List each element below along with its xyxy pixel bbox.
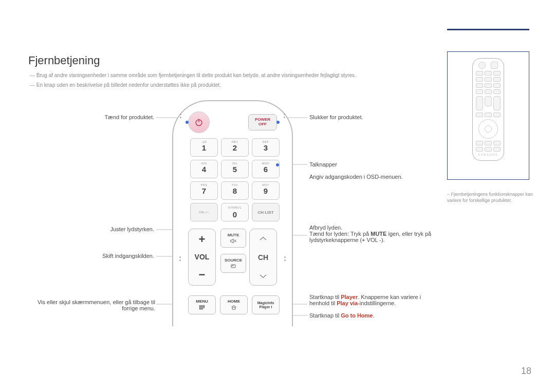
deco-dots <box>284 256 286 261</box>
deco-dots <box>180 114 181 118</box>
mini-remote: SAMSUNG <box>472 58 504 161</box>
vol-label: VOL <box>195 253 210 261</box>
leader-dot <box>276 121 280 124</box>
power-off-button[interactable]: POWER OFF <box>248 114 277 130</box>
svg-marker-19 <box>231 238 233 242</box>
page-number: 18 <box>521 366 531 377</box>
menu-button[interactable]: MENU <box>188 295 216 314</box>
number-keypad: ,QZ1 ABC2 DEF3 GHI4 JKL5 MNO6 PRS7 TUV8 … <box>190 138 280 221</box>
source-icon <box>230 263 237 269</box>
key-7[interactable]: PRS7 <box>190 181 218 200</box>
chevron-down-icon <box>258 273 268 279</box>
key-2[interactable]: ABC2 <box>221 138 249 157</box>
deco-dots <box>179 256 181 261</box>
key-9[interactable]: WXY9 <box>252 181 280 200</box>
chevron-up-icon <box>258 235 268 241</box>
callout-mute: Afbryd lyden. Tænd for lyden: Tryk på MU… <box>309 225 443 243</box>
header-rule <box>447 29 529 30</box>
key-1[interactable]: ,QZ1 <box>190 138 218 157</box>
leader-dot <box>186 121 189 124</box>
page-title: Fjernbetjening <box>28 54 100 67</box>
callout-numkeys: Talknapper Angiv adgangskoden i OSD-menu… <box>309 161 433 180</box>
svg-rect-24 <box>199 307 204 308</box>
callout-home: Startknap til Go to Home. <box>309 312 443 319</box>
callout-power-on: Tænd for produktet. <box>57 114 154 120</box>
brand-label: SAMSUNG <box>473 153 504 156</box>
callout-source: Skift indgangskilden. <box>57 253 154 259</box>
key-6[interactable]: MNO6 <box>252 160 280 178</box>
power-on-button[interactable] <box>188 111 210 133</box>
key-3[interactable]: DEF3 <box>252 138 280 157</box>
deco-dots <box>284 114 285 118</box>
mute-icon <box>230 238 237 244</box>
key-0[interactable]: SYMBOL 0 <box>221 203 249 221</box>
key-5[interactable]: JKL5 <box>221 160 249 178</box>
key-8[interactable]: TUV8 <box>221 181 249 200</box>
menu-icon <box>198 304 206 310</box>
remote-illustration: POWER OFF ,QZ1 ABC2 DEF3 GHI4 JKL5 MNO6 … <box>172 100 293 326</box>
magicinfo-button[interactable]: MagicInfo Player I <box>252 295 280 314</box>
ch-rocker[interactable]: CH <box>249 229 277 286</box>
home-icon <box>230 304 237 310</box>
mini-remote-panel: SAMSUNG <box>447 51 529 180</box>
vol-rocker[interactable]: + VOL − <box>188 229 216 286</box>
note-1: Brug af andre visningsenheder i samme om… <box>30 72 431 79</box>
callout-menu: Vis eller skjul skærmmenuen, eller gå ti… <box>21 299 155 311</box>
vol-down: − <box>199 268 206 282</box>
home-button[interactable]: HOME <box>220 295 248 314</box>
leader-dot <box>276 163 279 166</box>
callout-power-off: Slukker for produktet. <box>309 114 433 120</box>
svg-rect-25 <box>199 308 202 309</box>
svg-rect-23 <box>199 305 204 306</box>
callout-volume: Juster lydstyrken. <box>57 226 154 232</box>
source-button[interactable]: SOURCE <box>220 254 246 273</box>
key-4[interactable]: GHI4 <box>190 160 218 178</box>
ch-label: CH <box>258 253 268 262</box>
svg-rect-26 <box>232 307 235 309</box>
mute-button[interactable]: MUTE <box>220 229 246 248</box>
callout-magicinfo: Startknap til Player. Knapperne kan vari… <box>309 294 443 306</box>
panel-note: Fjernbetjeningens funktionsknapper kan v… <box>447 191 534 203</box>
note-2: En knap uden en beskrivelse på billedet … <box>30 82 431 88</box>
key-del[interactable]: DEL-/-- <box>190 203 218 221</box>
key-chlist[interactable]: CH LIST <box>252 203 280 221</box>
power-off-l2: OFF <box>258 122 267 127</box>
vol-up: + <box>199 233 206 246</box>
